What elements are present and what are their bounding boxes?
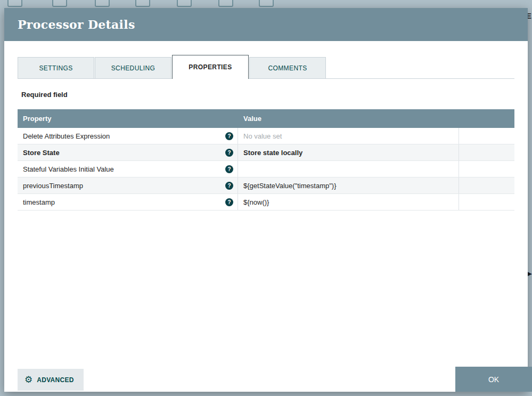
property-name: Store State [23,149,225,157]
tab-scheduling[interactable]: SCHEDULING [95,57,171,79]
dialog-title: Processor Details [18,18,135,31]
tab-label: SETTINGS [39,64,72,72]
gear-icon: ⚙ [24,375,32,384]
background-toolbar-icon [177,0,192,7]
property-value-cell[interactable]: Store state locally [238,144,459,160]
table-row: Store State ? Store state locally [18,144,514,161]
background-toolbar-icon [259,0,274,7]
column-header-value: Value [238,115,261,123]
background-toolbar-icon [135,0,150,7]
row-spacer [459,128,514,144]
background-toolbar-icon [218,0,233,7]
tab-comments[interactable]: COMMENTS [249,57,326,79]
property-name: Delete Attributes Expression [23,132,225,140]
property-value: ${now()} [243,198,269,206]
table-row: Stateful Variables Initial Value ? [18,161,514,177]
help-icon[interactable]: ? [225,198,233,206]
required-field-legend: Required field [21,91,68,99]
row-spacer [459,144,514,160]
help-icon[interactable]: ? [225,165,233,173]
property-value-cell[interactable]: No value set [238,128,459,144]
property-value: ${getStateValue("timestamp")} [243,182,336,190]
tab-properties[interactable]: PROPERTIES [172,55,249,79]
table-header: Property Value [18,109,514,128]
property-value-cell[interactable]: ${now()} [238,194,459,210]
help-icon[interactable]: ? [225,149,233,157]
property-name: previousTimestamp [23,182,225,190]
property-value-cell[interactable] [238,161,459,177]
help-icon[interactable]: ? [225,132,233,140]
background-arrow-fragment: ▶ [528,270,532,277]
background-toolbar-icon [52,0,67,7]
tab-label: SCHEDULING [111,64,155,72]
row-spacer [459,161,514,177]
background-toolbar-icon [95,0,110,7]
row-spacer [459,194,514,210]
tab-bar: SETTINGS SCHEDULING PROPERTIES COMMENTS [18,55,514,79]
properties-table: Property Value Delete Attributes Express… [18,109,514,211]
processor-details-dialog: Processor Details SETTINGS SCHEDULING PR… [4,8,528,392]
column-header-property: Property [18,115,238,123]
ok-button-label: OK [488,375,499,384]
property-name: timestamp [23,198,225,206]
table-row: timestamp ? ${now()} [18,194,514,211]
tab-label: PROPERTIES [189,63,232,71]
property-value: Store state locally [243,149,302,157]
table-row: previousTimestamp ? ${getStateValue("tim… [18,177,514,194]
property-value-cell[interactable]: ${getStateValue("timestamp")} [238,177,459,193]
property-value: No value set [243,132,282,140]
tab-label: COMMENTS [268,64,307,72]
dialog-header: Processor Details [4,8,528,41]
ok-button[interactable]: OK [455,367,532,392]
property-name: Stateful Variables Initial Value [23,165,225,173]
table-row: Delete Attributes Expression ? No value … [18,128,514,144]
advanced-button[interactable]: ⚙ ADVANCED [18,369,84,391]
advanced-button-label: ADVANCED [37,376,74,384]
row-spacer [459,177,514,193]
background-toolbar-icon [7,0,22,7]
tab-settings[interactable]: SETTINGS [18,57,94,79]
help-icon[interactable]: ? [225,182,233,190]
